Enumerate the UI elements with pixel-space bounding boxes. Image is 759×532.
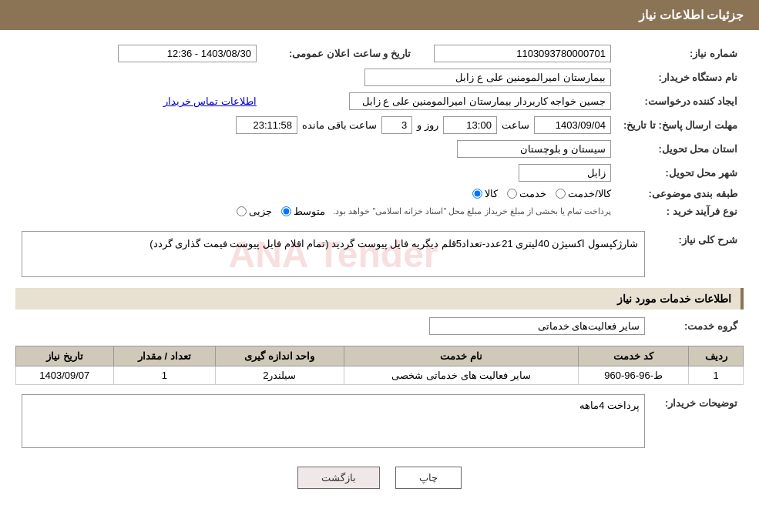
- province-label: استان محل تحویل:: [617, 137, 744, 161]
- khedmat-radio[interactable]: [507, 189, 517, 199]
- col-header-unit: واحد اندازه گیری: [215, 346, 344, 366]
- need-desc-table: شرح کلی نیاز: ANA Tender شارژکپسول اکسیژ…: [15, 228, 744, 280]
- need-desc-label: شرح کلی نیاز:: [651, 228, 744, 280]
- col-header-row: ردیف: [689, 346, 744, 366]
- city-label: شهر محل تحویل:: [617, 161, 744, 185]
- buyer-desc-label: توضیحات خریدار:: [651, 391, 744, 451]
- cell-row: 1: [689, 366, 744, 385]
- page-header: جزئیات اطلاعات نیاز: [0, 0, 759, 30]
- province-value: سیستان و بلوچستان: [457, 140, 611, 158]
- kala-khedmat-radio[interactable]: [556, 189, 566, 199]
- deadline-label: مهلت ارسال پاسخ: تا تاریخ:: [617, 113, 744, 137]
- need-number-label: شماره نیاز:: [617, 42, 744, 65]
- need-number-value: 1103093780000701: [434, 45, 611, 62]
- category-label: طبقه بندی موضوعی:: [617, 185, 744, 202]
- process-option-motavasset[interactable]: متوسط: [281, 206, 325, 217]
- page-title: جزئیات اطلاعات نیاز: [639, 8, 744, 22]
- buyer-desc-box: پرداخت 4ماهه: [22, 394, 645, 448]
- jozi-radio[interactable]: [237, 206, 247, 216]
- announce-label: تاریخ و ساعت اعلان عمومی:: [263, 42, 417, 65]
- buyer-desc-value: پرداخت 4ماهه: [579, 400, 640, 411]
- print-button[interactable]: چاپ: [395, 467, 462, 489]
- creator-value: جسین خواجه کاربردار بیمارستان امیرالمومن…: [349, 92, 611, 110]
- deadline-time-label: ساعت: [502, 119, 529, 131]
- kala-radio[interactable]: [472, 189, 482, 199]
- contact-link[interactable]: اطلاعات تماس خریدار: [163, 95, 257, 107]
- page-wrapper: جزئیات اطلاعات نیاز شماره نیاز: 11030937…: [0, 0, 759, 532]
- back-button[interactable]: بازگشت: [297, 467, 380, 489]
- jozi-label: جزیی: [249, 206, 272, 217]
- kala-label: کالا: [485, 188, 498, 199]
- creator-label: ایجاد کننده درخواست:: [617, 89, 744, 113]
- category-radio-group: کالا/خدمت خدمت کالا: [472, 188, 611, 199]
- category-option-kala[interactable]: کالا: [472, 188, 498, 199]
- buyer-desc-table: توضیحات خریدار: پرداخت 4ماهه: [15, 391, 744, 451]
- deadline-days: 3: [381, 116, 412, 134]
- process-label: نوع فرآیند خرید :: [617, 202, 744, 220]
- services-data-table: ردیف کد خدمت نام خدمت واحد اندازه گیری ت…: [15, 346, 744, 385]
- process-option-jozi[interactable]: جزیی: [237, 206, 272, 217]
- service-group-table: گروه خدمت: سایر فعالیت‌های خدماتی: [15, 314, 744, 338]
- need-desc-value: شارژکپسول اکسیژن 40لیتری 21عدد-تعداد5قلم…: [149, 238, 638, 249]
- service-group-value: سایر فعالیت‌های خدماتی: [429, 317, 645, 335]
- announce-value: 1403/08/30 - 12:36: [118, 45, 257, 62]
- col-header-code: کد خدمت: [579, 346, 689, 366]
- process-radio-group: متوسط جزیی: [237, 206, 325, 217]
- col-header-date: تاریخ نیاز: [16, 346, 114, 366]
- service-group-label: گروه خدمت:: [651, 314, 744, 338]
- services-section-label: اطلاعات خدمات مورد نیاز: [15, 288, 744, 309]
- deadline-remaining: 23:11:58: [236, 116, 297, 134]
- main-content: شماره نیاز: 1103093780000701 تاریخ و ساع…: [0, 30, 759, 512]
- cell-qty: 1: [113, 366, 215, 385]
- motavasset-radio[interactable]: [281, 206, 291, 216]
- process-note: پرداخت تمام یا بخشی از مبلغ خریداز مبلغ …: [333, 206, 611, 216]
- deadline-remaining-label: ساعت باقی مانده: [302, 119, 377, 131]
- cell-unit: سیلندر2: [215, 366, 344, 385]
- col-header-name: نام خدمت: [344, 346, 578, 366]
- deadline-days-label: روز و: [417, 119, 438, 131]
- category-option-kala-khedmat[interactable]: کالا/خدمت: [556, 188, 611, 199]
- city-value: زابل: [519, 164, 611, 182]
- col-header-qty: تعداد / مقدار: [113, 346, 215, 366]
- buyer-name-value: بیمارستان امیرالمومنین علی ع زابل: [364, 69, 611, 86]
- cell-name: سایر فعالیت های خدماتی شخصی: [344, 366, 578, 385]
- category-option-khedmat[interactable]: خدمت: [507, 188, 546, 199]
- motavasset-label: متوسط: [294, 206, 325, 217]
- buyer-name-label: نام دستگاه خریدار:: [617, 65, 744, 89]
- kala-khedmat-label: کالا/خدمت: [568, 188, 611, 199]
- info-table-top: شماره نیاز: 1103093780000701 تاریخ و ساع…: [15, 42, 744, 220]
- cell-code: ط-96-96-960: [579, 366, 689, 385]
- khedmat-label: خدمت: [519, 188, 546, 199]
- deadline-time: 13:00: [443, 116, 497, 134]
- cell-date: 1403/09/07: [16, 366, 114, 385]
- table-row: 1 ط-96-96-960 سایر فعالیت های خدماتی شخص…: [16, 366, 744, 385]
- deadline-date: 1403/09/04: [534, 116, 611, 134]
- bottom-buttons: چاپ بازگشت: [15, 467, 744, 489]
